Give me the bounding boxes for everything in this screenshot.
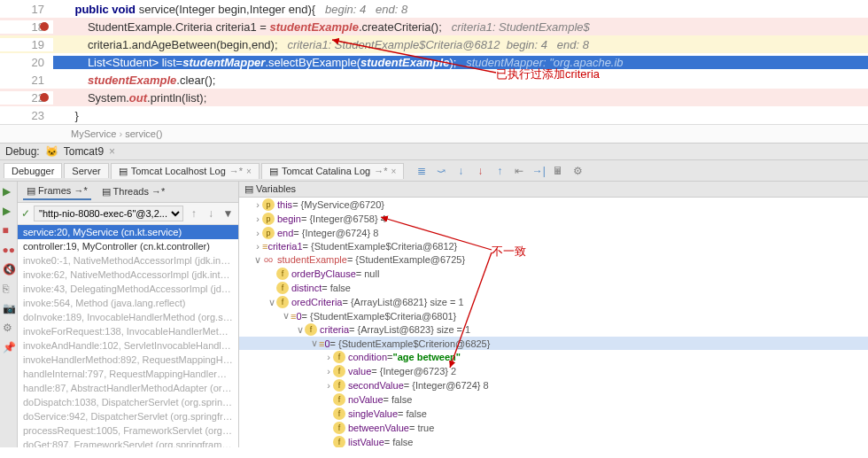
code-line[interactable]: 18 StudentExample.Criteria criteria1 = s… [0,18,868,35]
camera-icon[interactable]: 📷 [3,302,15,314]
step-over-icon[interactable]: ⤻ [434,164,448,178]
expand-arrow[interactable]: › [253,213,262,224]
breakpoint-icon[interactable] [40,22,49,31]
frame-item[interactable]: invoke0:-1, NativeMethodAccessorImpl (jd… [18,253,238,268]
resume-icon[interactable]: ▶ [3,205,15,217]
variable-row[interactable]: ∨oostudentExample = {StudentExample@6725… [239,252,868,267]
dump-icon[interactable]: ⎘ [3,283,15,295]
frame-item[interactable]: doService:942, DispatcherServlet (org.sp… [18,409,238,423]
variable-row[interactable]: ∨fcriteria = {ArrayList@6823} size = 1 [239,322,868,337]
code-content[interactable]: List<Student> list=studentMapper.selectB… [53,56,868,69]
frame-item[interactable]: invoke:62, NativeMethodAccessorImpl (jdk… [18,268,238,282]
evaluate-icon[interactable]: 🖩 [551,164,565,178]
step-out-icon[interactable]: ↑ [492,164,507,178]
run-to-cursor-icon[interactable]: →| [531,164,546,178]
mute-icon[interactable]: 🔇 [3,263,15,276]
stop-icon[interactable]: ■ [3,224,15,237]
variables-list[interactable]: ›pthis = {MyService@6720}›pbegin = {Inte… [239,198,868,447]
layout-icon[interactable]: ≣ [415,164,429,178]
frame-item[interactable]: doDispatch:1038, DispatcherServlet (org.… [18,395,238,409]
code-content[interactable]: criteria1.andAgeBetween(begin,end); crit… [53,38,868,51]
expand-arrow[interactable]: › [253,228,262,238]
settings2-icon[interactable]: ⚙ [3,322,15,334]
variable-row[interactable]: ›pbegin = {Integer@6758} 4 [239,212,868,226]
frame-item[interactable]: doGet:897, FrameworkServlet (org.springf… [18,438,238,447]
close-icon[interactable]: × [391,167,396,176]
code-content[interactable]: } [53,109,868,122]
gutter[interactable]: 17 [0,3,53,16]
frame-item[interactable]: service:20, MyService (cn.kt.service) [18,225,238,239]
breakpoint-icon[interactable] [40,93,49,102]
variable-row[interactable]: ›fsecondValue = {Integer@6724} 8 [239,378,868,392]
rerun-icon[interactable]: ▶ [3,185,15,198]
pin-icon[interactable]: 📌 [3,341,15,353]
code-line[interactable]: 17 public void service(Integer begin,Int… [0,0,868,18]
drop-frame-icon[interactable]: ⇤ [512,164,526,178]
expand-arrow[interactable]: ∨ [296,324,305,336]
frame-item[interactable]: invokeForRequest:138, InvocableHandlerMe… [18,324,238,338]
gutter[interactable]: 21 [0,74,53,87]
view-breakpoints-icon[interactable]: ●● [3,244,15,256]
variable-row[interactable]: fnoValue = false [239,392,868,407]
variable-row[interactable]: fbetweenValue = true [239,421,868,435]
breadcrumb-class[interactable]: MyService [71,128,116,139]
force-step-into-icon[interactable]: ↓ [473,164,487,178]
expand-arrow[interactable]: › [324,352,333,362]
code-editor[interactable]: 17 public void service(Integer begin,Int… [0,0,868,124]
expand-arrow[interactable]: ∨ [267,297,276,308]
frames-list[interactable]: service:20, MyService (cn.kt.service)con… [18,225,238,447]
code-line[interactable]: 20 List<Student> list=studentMapper.sele… [0,53,868,71]
frame-item[interactable]: controller:19, MyController (cn.kt.contr… [18,239,238,253]
code-content[interactable]: studentExample.clear(); [53,74,868,87]
breadcrumb-method[interactable]: service() [119,128,162,139]
variable-row[interactable]: ›pthis = {MyService@6720} [239,198,868,212]
tab-catalina-log[interactable]: ▤Tomcat Catalina Log→*× [261,163,404,179]
expand-arrow[interactable]: ∨ [282,310,291,322]
code-content[interactable]: StudentExample.Criteria criteria1 = stud… [53,20,868,34]
frame-item[interactable]: invoke:43, DelegatingMethodAccessorImpl … [18,282,238,296]
code-line[interactable]: 19 criteria1.andAgeBetween(begin,end); c… [0,35,868,53]
gutter[interactable]: 19 [0,38,53,51]
gutter[interactable]: 22 [0,91,53,105]
threads-tab[interactable]: ▤ Threads →* [98,184,169,199]
tab-server[interactable]: Server [64,163,108,178]
frame-item[interactable]: invokeAndHandle:102, ServletInvocableHan… [18,338,238,353]
variable-row[interactable]: ›pend = {Integer@6724} 8 [239,226,868,240]
code-line[interactable]: 21 studentExample.clear(); [0,71,868,89]
gutter[interactable]: 18 [0,20,53,34]
code-line[interactable]: 22 System.out.println(list); [0,89,868,106]
expand-arrow[interactable]: ∨ [253,254,262,266]
frames-tab[interactable]: ▤ Frames →* [23,183,91,200]
variable-row[interactable]: ∨≡ 0 = {StudentExample$Criterion@6825} [239,337,868,350]
gutter[interactable]: 20 [0,56,53,69]
variable-row[interactable]: fdistinct = false [239,281,868,295]
variable-row[interactable]: flistValue = false [239,435,868,447]
frame-item[interactable]: handle:87, AbstractHandlerMethodAdapter … [18,381,238,395]
expand-arrow[interactable]: › [324,380,333,391]
tab-debugger[interactable]: Debugger [4,163,62,178]
run-config[interactable]: Tomcat9 [64,145,104,158]
close-icon[interactable]: × [246,167,252,176]
frame-item[interactable]: invokeHandlerMethod:892, RequestMappingH… [18,353,238,367]
filter-icon[interactable]: ▼ [221,206,235,221]
settings-icon[interactable]: ⚙ [570,164,585,178]
frame-item[interactable]: doInvoke:189, InvocableHandlerMethod (or… [18,310,238,324]
variable-row[interactable]: ∨≡ 0 = {StudentExample$Criteria@6801} [239,309,868,322]
gutter[interactable]: 23 [0,109,53,122]
variable-row[interactable]: ›fcondition = "age between" [239,350,868,364]
thread-dropdown[interactable]: "http-nio-8080-exec-6"@3,2... [34,206,183,221]
frame-item[interactable]: handleInternal:797, RequestMappingHandle… [18,367,238,381]
step-into-icon[interactable]: ↓ [453,164,468,178]
tab-localhost-log[interactable]: ▤Tomcat Localhost Log→*× [111,163,260,179]
code-content[interactable]: public void service(Integer begin,Intege… [53,3,868,16]
expand-arrow[interactable]: ∨ [310,338,319,349]
frame-item[interactable]: invoke:564, Method (java.lang.reflect) [18,296,238,310]
thread-selector[interactable]: ✓ "http-nio-8080-exec-6"@3,2... ↑ ↓ ▼ [18,203,238,225]
variable-row[interactable]: ∨foredCriteria = {ArrayList@6821} size =… [239,295,868,309]
code-line[interactable]: 23 } [0,106,868,124]
code-content[interactable]: System.out.println(list); [53,91,868,105]
close-icon[interactable]: × [109,145,115,158]
variable-row[interactable]: ›≡ criteria1 = {StudentExample$Criteria@… [239,240,868,252]
variable-row[interactable]: ›fvalue = {Integer@6723} 2 [239,364,868,378]
next-frame-icon[interactable]: ↓ [204,206,217,221]
